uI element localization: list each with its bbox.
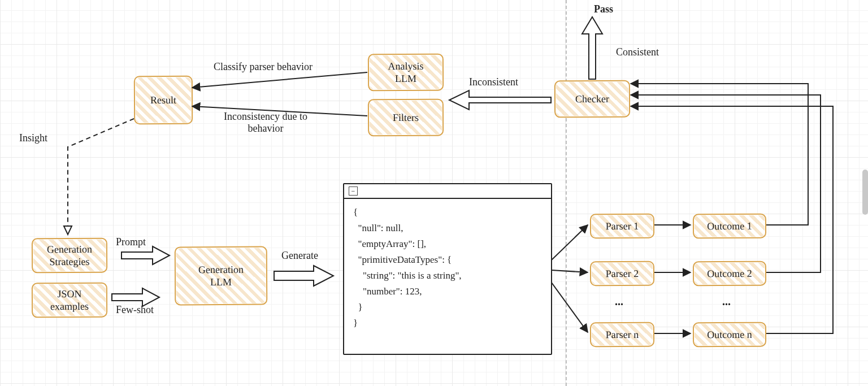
json-examples-label: JSON examples xyxy=(50,287,89,313)
code-content: { "null": null, "emptyArray": [], "primi… xyxy=(344,199,551,339)
parser-1-box: Parser 1 xyxy=(590,214,654,239)
outcome-n-label: Outcome n xyxy=(707,328,752,341)
parser-n-box: Parser n xyxy=(590,322,654,348)
prompt-label: Prompt xyxy=(116,236,146,248)
json-examples-box: JSON examples xyxy=(32,283,107,318)
inconsistent-label: Inconsistent xyxy=(469,76,518,88)
fewshot-label: Few-shot xyxy=(116,304,154,316)
analysis-llm-box: Analysis LLM xyxy=(368,54,444,92)
outcome-2-box: Outcome 2 xyxy=(693,261,766,287)
insight-label: Insight xyxy=(19,132,47,144)
outcome-1-box: Outcome 1 xyxy=(693,214,766,239)
generation-llm-box: Generation LLM xyxy=(175,246,268,306)
code-titlebar: − xyxy=(344,184,551,199)
outcome-ellipsis: ... xyxy=(722,295,731,308)
parser-2-label: Parser 2 xyxy=(606,267,639,280)
outcome-n-box: Outcome n xyxy=(693,322,766,348)
scrollbar-thumb[interactable] xyxy=(862,170,868,215)
checker-label: Checker xyxy=(575,93,609,106)
inconsistency-due-label: Inconsistency due to behavior xyxy=(224,111,307,135)
outcome-1-label: Outcome 1 xyxy=(707,220,752,233)
checker-box: Checker xyxy=(554,80,630,118)
generation-strategies-box: Generation Strategies xyxy=(32,238,107,274)
outcome-2-label: Outcome 2 xyxy=(707,267,752,280)
consistent-label: Consistent xyxy=(616,46,659,58)
classify-label: Classify parser behavior xyxy=(214,61,313,73)
parser-ellipsis: ... xyxy=(615,295,623,308)
vertical-guide-line xyxy=(566,0,567,386)
pass-label: Pass xyxy=(594,3,613,15)
generation-llm-label: Generation LLM xyxy=(198,263,244,288)
parser-n-label: Parser n xyxy=(606,328,639,341)
generation-strategies-label: Generation Strategies xyxy=(47,242,92,268)
analysis-llm-label: Analysis LLM xyxy=(388,59,423,85)
filters-label: Filters xyxy=(393,111,419,124)
parser-2-box: Parser 2 xyxy=(590,261,654,287)
result-box: Result xyxy=(134,76,193,125)
generate-label: Generate xyxy=(281,250,318,262)
minimize-icon[interactable]: − xyxy=(349,187,358,196)
diagram-canvas: Result Analysis LLM Filters Checker Gene… xyxy=(0,0,868,386)
result-label: Result xyxy=(150,94,176,107)
filters-box: Filters xyxy=(368,99,444,137)
code-window: − { "null": null, "emptyArray": [], "pri… xyxy=(343,183,552,355)
parser-1-label: Parser 1 xyxy=(606,220,639,233)
